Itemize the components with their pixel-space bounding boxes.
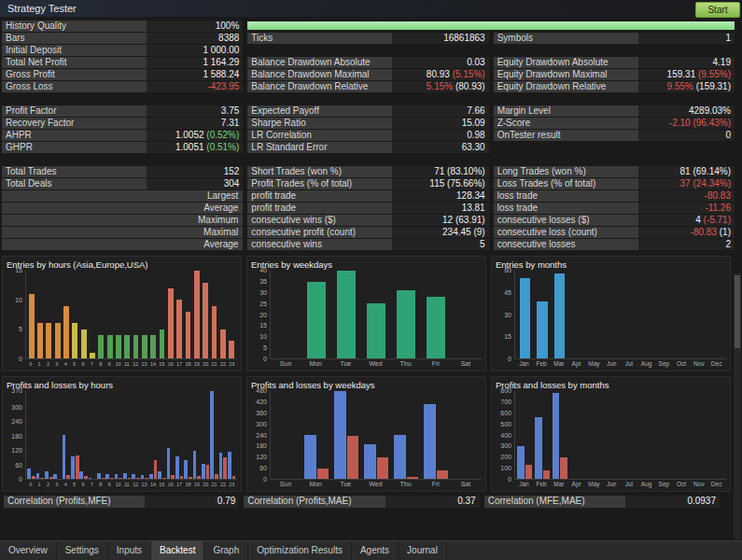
stats-row: Largestprofit trade128.34loss trade-80.8…: [2, 190, 735, 202]
stat-label-right: Maximal: [2, 227, 243, 238]
y-tick-label: 240: [251, 432, 267, 439]
bar: [53, 474, 57, 479]
vertical-scrollbar[interactable]: [734, 273, 741, 539]
stat-value-part: 16861863: [443, 33, 485, 43]
stat-value-part: (0.52%): [206, 130, 239, 140]
tab-settings[interactable]: Settings: [57, 541, 108, 560]
bar-group: [391, 271, 421, 358]
x-tick-label: 5: [70, 359, 78, 369]
stat-label: Bars: [2, 33, 147, 44]
bar-group: [123, 391, 132, 479]
x-tick-label: Sat: [451, 359, 481, 369]
bar-group: [516, 271, 534, 358]
stat-value-part: 0: [725, 130, 731, 140]
bar-group: [27, 271, 35, 358]
stats-row: Initial Deposit1 000.00: [2, 45, 735, 56]
stat-label: Short Trades (won %): [247, 166, 392, 177]
tab-graph[interactable]: Graph: [204, 541, 248, 560]
chart-main: SunMonTueWedThuFriSat: [270, 391, 482, 489]
x-tick-label: 14: [148, 480, 157, 489]
x-tick-label: 11: [122, 359, 131, 369]
x-tick-label: Nov: [691, 480, 708, 489]
bar: [107, 335, 113, 358]
bar-group: [62, 391, 70, 479]
stat-value-part: -80.83: [705, 190, 731, 201]
y-tick-label: 180: [251, 442, 267, 449]
x-tick-label: Jan: [515, 480, 533, 489]
stat-cell: Profit Factor3.75: [2, 105, 243, 117]
tab-backtest[interactable]: Backtest: [151, 541, 204, 560]
stat-label: Total Deals: [2, 178, 147, 189]
stat-value-part: 1 000.00: [203, 45, 239, 55]
bar: [394, 435, 406, 479]
stat-cell: Equity Drawdown Absolute4.19: [494, 57, 735, 68]
bar: [136, 478, 140, 479]
x-tick-label: Mar: [551, 480, 568, 489]
x-tick-label: Dec: [707, 359, 725, 369]
stats-panel: History Quality100%Bars8388Ticks16861863…: [0, 17, 742, 250]
bar-group: [35, 391, 44, 479]
tab-overview[interactable]: Overview: [0, 541, 57, 560]
stat-value-part: (159.31): [696, 81, 731, 91]
correlation-value: 0.0937: [625, 496, 720, 508]
bar-group: [184, 391, 192, 479]
bar-group: [331, 271, 361, 358]
stat-label: Loss Trades (% of total): [494, 178, 638, 189]
chart-title: Entries by hours (Asia,Europe,USA): [7, 259, 237, 271]
x-tick-label: 20: [202, 359, 210, 369]
bar-group: [331, 391, 361, 479]
x-tick-label: 0: [26, 480, 35, 489]
tab-inputs[interactable]: Inputs: [108, 541, 151, 560]
chart-body: 0601201802403003700123456789101112131415…: [7, 391, 237, 489]
bar: [186, 312, 191, 358]
x-tick-label: Mon: [301, 359, 330, 369]
bar: [49, 477, 53, 479]
bar: [133, 335, 139, 358]
y-tick-label: 0: [496, 476, 511, 483]
bar-group: [603, 391, 621, 479]
bar-group: [534, 391, 552, 479]
bar: [223, 457, 227, 479]
tab-optimization-results[interactable]: Optimization Results: [248, 541, 352, 560]
stat-cell-empty: [494, 142, 735, 153]
x-tick-label: 22: [218, 480, 227, 489]
x-tick-label: Jan: [515, 359, 533, 369]
y-tick-label: 240: [7, 418, 22, 425]
x-tick-label: 16: [166, 359, 175, 369]
bar-group: [175, 271, 184, 358]
chart-title: Profits and losses by weekdays: [251, 379, 482, 391]
x-tick-label: Tue: [330, 359, 360, 369]
stat-value: 1.0051 (0.51%): [147, 142, 243, 153]
tab-agents[interactable]: Agents: [352, 541, 399, 560]
bar-group: [228, 391, 236, 479]
stat-value-part: 1: [725, 33, 731, 43]
stat-value-part: (96.43%): [693, 118, 731, 128]
scrollbar-thumb[interactable]: [735, 275, 740, 348]
x-tick-label: 15: [158, 359, 166, 369]
x-tick-label: Sun: [271, 480, 301, 489]
tab-journal[interactable]: Journal: [399, 541, 447, 560]
stat-value-part: (1): [720, 227, 731, 237]
y-tick-label: 120: [7, 447, 22, 454]
bar: [517, 446, 524, 479]
stat-value: 234.45 (9): [392, 227, 488, 238]
x-tick-label: 5: [70, 480, 78, 489]
bar: [37, 323, 43, 358]
stat-value: -11.26: [638, 203, 735, 214]
bar-group: [45, 391, 53, 479]
stat-label: Margin Level: [494, 105, 638, 117]
plot-area: [25, 391, 237, 480]
stat-label: loss trade: [494, 203, 638, 214]
x-tick-label: 2: [44, 480, 52, 489]
bar: [334, 391, 346, 479]
stat-cell: Symbols1: [494, 33, 735, 44]
start-button[interactable]: Start: [695, 2, 740, 18]
x-tick-label: Nov: [691, 359, 708, 369]
x-tick-label: 15: [158, 480, 166, 489]
x-tick-label: Dec: [707, 480, 725, 489]
y-tick-label: 360: [251, 410, 267, 416]
bar: [184, 460, 188, 479]
bar-group: [123, 271, 132, 358]
bar: [149, 474, 153, 479]
stat-value-part: 152: [224, 166, 240, 176]
